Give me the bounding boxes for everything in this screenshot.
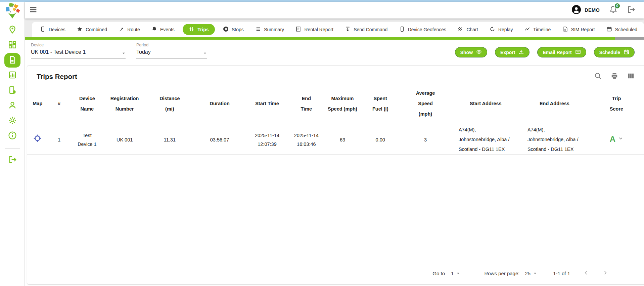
col-duration: Duration (194, 83, 245, 125)
start-address-cell: A74(M), Johnstonebridge, Alba / Scotland… (451, 125, 520, 155)
tab-combined[interactable]: Combined (74, 24, 110, 35)
chevron-right-icon (603, 271, 608, 276)
bell-icon (609, 9, 617, 15)
locate-crosshair-icon[interactable] (33, 138, 42, 144)
print-icon (611, 76, 618, 81)
email-report-button[interactable]: Email Report (537, 47, 586, 57)
sidebar-item-dashboard[interactable] (4, 38, 20, 53)
trips-table: Map # Device Name Registration Number Di… (27, 83, 644, 155)
search-button[interactable] (594, 72, 602, 81)
goto-page-value: 1 (451, 271, 454, 276)
username-label: DEMO (585, 7, 600, 13)
envelope-icon (575, 49, 581, 56)
notifications-button[interactable]: 0 (609, 5, 617, 15)
main-area: DEMO 0 Devices Combined Route Events Tri… (25, 2, 644, 286)
sidebar-item-map[interactable] (4, 23, 20, 38)
calendar-icon (606, 26, 612, 33)
device-select-value: UK 001 - Test Device 1 (31, 49, 86, 55)
sidebar-item-logout[interactable] (4, 153, 20, 168)
columns-icon (627, 76, 635, 81)
device-icon (399, 26, 405, 33)
tab-device-geofences[interactable]: Device Geofences (396, 24, 450, 35)
col-avg-speed: Average Speed (mph) (400, 83, 451, 125)
eye-icon (476, 49, 482, 56)
page-title: Trips Report (37, 73, 77, 81)
report-document-icon (8, 55, 17, 66)
tab-route[interactable]: Route (115, 24, 143, 35)
chevron-down-icon[interactable] (618, 135, 623, 144)
print-button[interactable] (611, 72, 618, 81)
columns-button[interactable] (627, 72, 635, 81)
device-select[interactable]: Device UK 001 - Test Device 1 (31, 43, 126, 58)
user-menu[interactable]: DEMO (571, 5, 600, 16)
logout-button[interactable] (627, 5, 635, 15)
show-button[interactable]: Show (455, 47, 487, 57)
tab-stops[interactable]: Stops (220, 24, 247, 35)
tab-timeline[interactable]: Timeline (521, 24, 554, 35)
sidebar-divider (5, 148, 20, 149)
sidebar-item-account[interactable] (4, 98, 20, 113)
download-icon (518, 49, 524, 56)
app-shell: DEMO 0 Devices Combined Route Events Tri… (0, 2, 644, 286)
calendar-icon (624, 49, 629, 56)
tab-trips[interactable]: Trips (183, 24, 215, 35)
tab-rental-report[interactable]: Rental Report (292, 24, 336, 35)
tab-devices[interactable]: Devices (37, 24, 69, 35)
device-select-label: Device (31, 43, 126, 47)
col-max-speed: Maximum Speed (mph) (324, 83, 361, 125)
document-icon (295, 26, 301, 33)
logout-icon (627, 10, 635, 15)
col-start-time: Start Time (245, 83, 289, 125)
chart-zigzag-icon (458, 26, 463, 33)
avg-speed-cell: 3 (400, 125, 451, 155)
table-toolbar (594, 72, 635, 81)
timeline-icon (524, 26, 530, 33)
next-page-button[interactable] (603, 270, 608, 276)
end-address-cell: A74(M), Johnstonebridge, Alba / Scotland… (520, 125, 589, 155)
action-buttons: Show Export Email Report Schedule (455, 47, 635, 57)
period-select[interactable]: Period Today (136, 43, 207, 58)
dropdown-arrow-icon (456, 271, 460, 276)
dropdown-arrow-icon (203, 50, 207, 54)
map-cell[interactable] (27, 125, 48, 155)
sidebar-item-about[interactable] (4, 128, 20, 144)
device-name-cell: Test Device 1 (71, 125, 103, 155)
tab-chart[interactable]: Chart (454, 24, 481, 35)
col-map: Map (27, 83, 48, 125)
chart-box-icon (8, 71, 17, 81)
col-trip-score: Trip Score (589, 83, 644, 125)
col-device-name: Device Name (71, 83, 103, 125)
sidebar-item-settings[interactable] (4, 113, 20, 128)
schedule-button[interactable]: Schedule (594, 47, 635, 57)
table-empty-space (27, 155, 644, 270)
tab-sim-report[interactable]: SIM Report (559, 24, 598, 35)
tab-send-command[interactable]: Send Command (341, 24, 391, 35)
table-row: 1 Test Device 1 UK 001 11.31 03:56:07 20… (27, 125, 644, 155)
duration-cell: 03:56:07 (194, 125, 245, 155)
report-card: Trips Report Map # (27, 65, 644, 285)
device-gear-icon (8, 86, 17, 96)
period-select-label: Period (136, 43, 207, 47)
tab-summary[interactable]: Summary (252, 24, 287, 35)
menu-button[interactable] (28, 5, 38, 15)
num-cell: 1 (48, 125, 71, 155)
sidebar-item-analytics[interactable] (4, 68, 20, 83)
replay-icon (490, 26, 495, 33)
dropdown-arrow-icon (533, 271, 537, 276)
info-icon (8, 131, 17, 141)
prev-page-button[interactable] (584, 270, 589, 276)
rows-per-page-select[interactable]: 25 (525, 271, 537, 276)
export-button[interactable]: Export (495, 47, 530, 57)
tab-events[interactable]: Events (148, 24, 178, 35)
sidebar-item-reports[interactable] (4, 53, 20, 68)
period-select-value: Today (136, 49, 151, 55)
tab-replay[interactable]: Replay (486, 24, 516, 35)
sidebar-item-device-management[interactable] (4, 83, 20, 98)
sidebar (0, 2, 25, 286)
col-start-address: Start Address (451, 83, 520, 125)
tab-scheduled[interactable]: Scheduled (603, 24, 641, 35)
trips-icon (189, 26, 194, 33)
filter-bar: Device UK 001 - Test Device 1 Period Tod… (25, 40, 644, 63)
col-num: # (48, 83, 71, 125)
goto-page-select[interactable]: 1 (451, 271, 460, 276)
